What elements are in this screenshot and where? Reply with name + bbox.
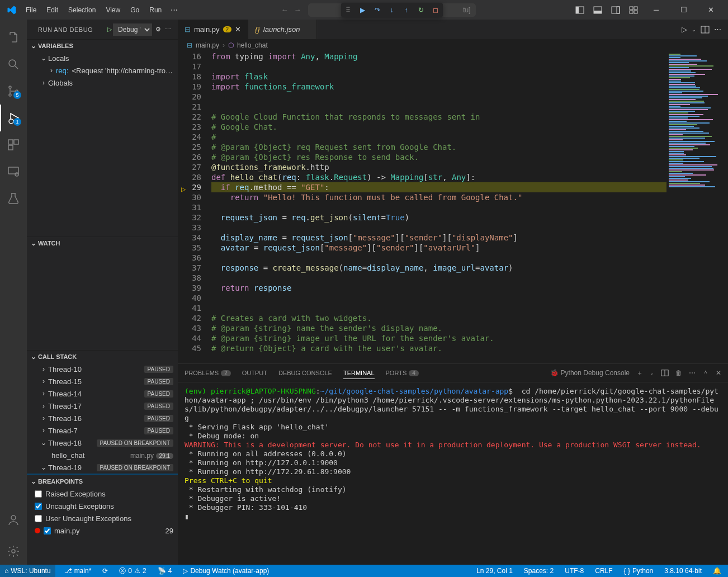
svg-rect-4 — [612, 7, 620, 13]
thread-Thread-17[interactable]: ›Thread-17PAUSED — [27, 400, 178, 412]
thread-Thread-15[interactable]: ›Thread-15PAUSED — [27, 375, 178, 387]
thread-Thread-7[interactable]: ›Thread-7PAUSED — [27, 424, 178, 437]
language-mode[interactable]: { } Python — [622, 567, 656, 575]
new-terminal-icon[interactable]: ＋ — [636, 368, 643, 378]
thread-Thread-10[interactable]: ›Thread-10PAUSED — [27, 363, 178, 375]
extensions-icon[interactable] — [0, 131, 27, 158]
bp-raised[interactable]: Raised Exceptions — [27, 488, 178, 500]
locals-scope[interactable]: ⌄Locals — [27, 52, 178, 64]
debug-stop-icon[interactable]: ◻ — [429, 4, 442, 16]
nav-forward-icon[interactable]: → — [292, 3, 304, 16]
panel-tab-output[interactable]: OUTPUT — [242, 367, 267, 379]
minimap[interactable] — [666, 51, 728, 363]
thread-Thread-19[interactable]: ⌄Thread-19PAUSED ON BREAKPOINT — [27, 461, 178, 474]
editor-more-icon[interactable]: ⋯ — [714, 25, 721, 34]
menu-run[interactable]: Run — [145, 4, 166, 16]
watch-section-header[interactable]: ⌄WATCH — [27, 237, 178, 249]
close-tab-icon[interactable]: ✕ — [235, 25, 241, 34]
window-close-icon[interactable]: ✕ — [698, 0, 724, 20]
debug-step-into-icon[interactable]: ↓ — [386, 4, 398, 16]
panel-tab-terminal[interactable]: TERMINAL — [343, 367, 375, 379]
bp-uncaught[interactable]: Uncaught Exceptions — [27, 500, 178, 512]
ports-status[interactable]: 📡 4 — [155, 567, 174, 575]
callstack-section-header[interactable]: ⌄CALL STACK — [27, 351, 178, 363]
menu-edit[interactable]: Edit — [42, 4, 63, 16]
layout-sidebar-left-icon[interactable] — [572, 2, 588, 18]
debug-status[interactable]: ▷ Debug Watch (avatar-app) — [181, 567, 271, 575]
panel-tab-debug-console[interactable]: DEBUG CONSOLE — [278, 367, 332, 379]
settings-gear-icon[interactable] — [0, 538, 27, 565]
problems-status[interactable]: ⓧ 0 ⚠ 2 — [117, 566, 148, 576]
svg-point-10 — [9, 60, 16, 67]
tab-main-py[interactable]: ⊟main.py2✕ — [178, 20, 248, 39]
explorer-icon[interactable] — [0, 24, 27, 51]
run-debug-icon[interactable]: 1 — [0, 105, 27, 131]
terminal[interactable]: (env) pierrick@LAPTOP-HKU5PNNG:~/git/goo… — [178, 382, 728, 565]
breadcrumb[interactable]: ⊟ main.py › ⬡ hello_chat — [178, 39, 728, 51]
remote-indicator[interactable]: ⌂ WSL: Ubuntu — [0, 565, 55, 577]
window-maximize-icon[interactable]: ☐ — [671, 0, 696, 20]
menu-selection[interactable]: Selection — [64, 4, 100, 16]
remote-explorer-icon[interactable] — [0, 158, 27, 185]
terminal-profile-select[interactable]: 🐞Python Debug Console — [550, 369, 630, 377]
debug-restart-icon[interactable]: ↻ — [415, 4, 427, 16]
split-editor-icon[interactable] — [701, 25, 710, 34]
accounts-icon[interactable] — [0, 507, 27, 533]
bp-user-uncaught[interactable]: User Uncaught Exceptions — [27, 512, 178, 524]
stack-frame[interactable]: hello_chatmain.py 29:1 — [27, 449, 178, 461]
debug-step-out-icon[interactable]: ↑ — [400, 4, 413, 16]
nav-back-icon[interactable]: ← — [279, 3, 291, 16]
window-minimize-icon[interactable]: ─ — [644, 0, 669, 20]
notifications-icon[interactable]: 🔔 — [711, 567, 724, 575]
bp-file[interactable]: main.py29 — [27, 524, 178, 537]
thread-Thread-18[interactable]: ⌄Thread-18PAUSED ON BREAKPOINT — [27, 437, 178, 449]
eol[interactable]: CRLF — [593, 567, 614, 575]
search-icon[interactable] — [0, 51, 27, 78]
source-control-icon[interactable]: 5 — [0, 78, 27, 105]
menu-view[interactable]: View — [101, 4, 125, 16]
kill-terminal-icon[interactable]: 🗑 — [675, 369, 682, 377]
python-interpreter[interactable]: 3.8.10 64-bit — [662, 567, 704, 575]
debug-settings-icon[interactable]: ⚙ — [155, 26, 162, 33]
menu-file[interactable]: File — [21, 4, 41, 16]
panel-close-icon[interactable]: ✕ — [716, 369, 721, 377]
panel-more-icon[interactable]: ⋯ — [689, 369, 696, 377]
terminal-dropdown-icon[interactable]: ⌄ — [650, 370, 654, 376]
panel-maximize-icon[interactable]: ＾ — [702, 368, 709, 378]
tab-launch-json[interactable]: {}launch.json✕ — [248, 20, 316, 39]
panel-tab-ports[interactable]: PORTS4 — [386, 367, 419, 379]
layout-sidebar-right-icon[interactable] — [608, 2, 623, 18]
code-editor[interactable]: 1617181920212223242526272829▷30313233343… — [178, 51, 728, 363]
menu-go[interactable]: Go — [126, 4, 144, 16]
variables-section-header[interactable]: ⌄VARIABLES — [27, 40, 178, 52]
breakpoints-section-header[interactable]: ⌄BREAKPOINTS — [27, 475, 178, 488]
testing-icon[interactable] — [0, 185, 27, 212]
variable-req[interactable]: ›req:<Request 'http://charming-tro… — [27, 64, 178, 77]
git-sync-icon[interactable]: ⟳ — [100, 567, 110, 575]
panel-tab-problems[interactable]: PROBLEMS2 — [185, 367, 231, 379]
encoding[interactable]: UTF-8 — [562, 567, 586, 575]
debug-more-icon[interactable]: ⋯ — [165, 26, 172, 33]
command-center[interactable]: ⠿ ▶ ↷ ↓ ↑ ↻ ◻ tu] — [308, 3, 476, 17]
thread-Thread-16[interactable]: ›Thread-16PAUSED — [27, 412, 178, 424]
json-file-icon: {} — [255, 25, 260, 34]
run-dropdown-icon[interactable]: ⌄ — [692, 27, 696, 32]
debug-drag-icon[interactable]: ⠿ — [342, 4, 354, 16]
thread-Thread-14[interactable]: ›Thread-14PAUSED — [27, 387, 178, 400]
indentation[interactable]: Spaces: 2 — [522, 567, 556, 575]
git-branch[interactable]: ⎇ main* — [62, 567, 94, 575]
menu-overflow-icon[interactable]: ⋯ — [166, 3, 182, 16]
panel: PROBLEMS2OUTPUTDEBUG CONSOLETERMINALPORT… — [178, 363, 728, 565]
layout-customize-icon[interactable] — [626, 2, 641, 18]
cursor-position[interactable]: Ln 29, Col 1 — [474, 567, 515, 575]
debug-step-over-icon[interactable]: ↷ — [371, 4, 384, 16]
debug-config-select[interactable]: Debug Wa — [113, 23, 152, 36]
run-button-icon[interactable]: ▷ — [682, 25, 687, 34]
debug-continue-icon[interactable]: ▶ — [357, 4, 369, 16]
scm-badge: 5 — [13, 91, 21, 99]
split-terminal-icon[interactable] — [661, 369, 669, 377]
globals-scope[interactable]: ›Globals — [27, 77, 178, 89]
start-debug-icon[interactable]: ▷ — [107, 26, 112, 33]
layout-panel-icon[interactable] — [590, 2, 606, 18]
debug-sidebar: RUN AND DEBUG ▷ Debug Wa ⚙ ⋯ ⌄VARIABLES … — [27, 20, 178, 565]
